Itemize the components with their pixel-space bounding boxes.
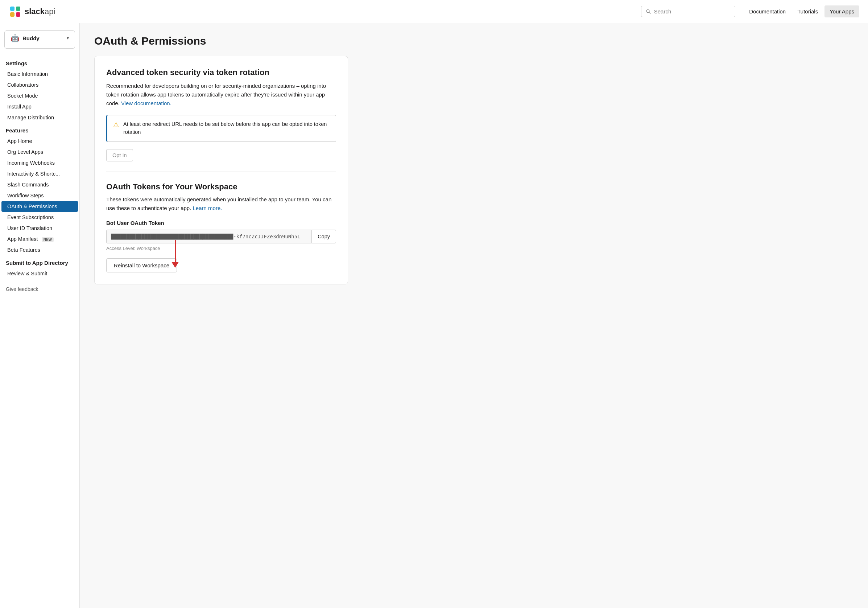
advanced-token-title: Advanced token security via token rotati… — [106, 68, 336, 77]
sidebar-item-interactivity[interactable]: Interactivity & Shortc... — [2, 168, 78, 179]
sidebar-item-slash-commands[interactable]: Slash Commands — [2, 179, 78, 190]
settings-section-title: Settings — [0, 56, 79, 68]
main-content: OAuth & Permissions Advanced token secur… — [80, 23, 868, 608]
svg-rect-0 — [10, 6, 14, 11]
slack-logo-icon — [9, 5, 22, 18]
page-title: OAuth & Permissions — [94, 35, 854, 47]
sidebar-item-user-id-translation[interactable]: User ID Translation — [2, 223, 78, 233]
token-input: ████████████████████████████████████████… — [106, 230, 312, 243]
search-input[interactable] — [654, 8, 731, 14]
nav-documentation[interactable]: Documentation — [744, 5, 791, 17]
advanced-token-desc: Recommended for developers building on o… — [106, 82, 336, 108]
features-section-title: Features — [0, 123, 79, 136]
logo-text: slackapi — [25, 7, 55, 16]
arrow-line — [175, 240, 176, 262]
sidebar-item-org-level-apps[interactable]: Org Level Apps — [2, 146, 78, 157]
oauth-tokens-title: OAuth Tokens for Your Workspace — [106, 182, 336, 191]
header: slackapi Documentation Tutorials Your Ap… — [0, 0, 868, 23]
app-selector[interactable]: 🤖 Buddy ▾ — [5, 31, 75, 48]
search-bar[interactable] — [641, 6, 735, 17]
opt-in-button[interactable]: Opt In — [106, 149, 133, 162]
sidebar-item-beta-features[interactable]: Beta Features — [2, 244, 78, 255]
svg-rect-1 — [16, 6, 20, 11]
sidebar-item-manage-distribution[interactable]: Manage Distribution — [2, 112, 78, 123]
header-nav: Documentation Tutorials Your Apps — [744, 5, 859, 17]
bot-token-label: Bot User OAuth Token — [106, 220, 336, 226]
sidebar-item-oauth-permissions[interactable]: OAuth & Permissions — [2, 201, 78, 212]
svg-line-5 — [649, 12, 651, 13]
sidebar-item-incoming-webhooks[interactable]: Incoming Webhooks — [2, 157, 78, 168]
layout: 🤖 Buddy ▾ Settings Basic Information Col… — [0, 23, 868, 608]
app-icon: 🤖 — [11, 34, 20, 42]
warning-icon: ⚠ — [113, 121, 119, 129]
view-documentation-link[interactable]: View documentation. — [121, 100, 172, 106]
token-field-row: ████████████████████████████████████████… — [106, 230, 336, 243]
sidebar-item-collaborators[interactable]: Collaborators — [2, 79, 78, 90]
sidebar: 🤖 Buddy ▾ Settings Basic Information Col… — [0, 23, 80, 608]
oauth-tokens-desc: These tokens were automatically generate… — [106, 195, 336, 213]
sidebar-item-install-app[interactable]: Install App — [2, 101, 78, 112]
chevron-down-icon: ▾ — [67, 36, 69, 40]
app-name: Buddy — [22, 35, 64, 41]
logo: slackapi — [9, 5, 55, 18]
nav-tutorials[interactable]: Tutorials — [792, 5, 823, 17]
sidebar-item-review-submit[interactable]: Review & Submit — [2, 268, 78, 279]
sidebar-item-socket-mode[interactable]: Socket Mode — [2, 90, 78, 101]
copy-button[interactable]: Copy — [312, 230, 336, 243]
sidebar-item-basic-information[interactable]: Basic Information — [2, 68, 78, 79]
sidebar-item-event-subscriptions[interactable]: Event Subscriptions — [2, 212, 78, 223]
give-feedback-link[interactable]: Give feedback — [0, 279, 79, 292]
alert-text: At least one redirect URL needs to be se… — [123, 120, 330, 137]
access-level: Access Level: Workspace — [106, 246, 336, 251]
alert-box: ⚠ At least one redirect URL needs to be … — [106, 115, 336, 142]
sidebar-item-app-manifest[interactable]: App Manifest NEW — [2, 233, 78, 244]
svg-rect-2 — [10, 12, 14, 17]
search-icon — [646, 9, 651, 14]
submit-section-title: Submit to App Directory — [0, 255, 79, 268]
arrow-head — [172, 262, 179, 268]
svg-rect-3 — [16, 12, 20, 17]
sidebar-item-app-home[interactable]: App Home — [2, 136, 78, 146]
learn-more-link[interactable]: Learn more. — [193, 205, 222, 211]
nav-your-apps[interactable]: Your Apps — [825, 5, 859, 17]
reinstall-button[interactable]: Reinstall to Workspace — [106, 258, 177, 272]
sidebar-item-workflow-steps[interactable]: Workflow Steps — [2, 190, 78, 201]
reinstall-row: Reinstall to Workspace — [106, 258, 336, 272]
arrow-annotation — [172, 240, 179, 268]
new-badge: NEW — [42, 237, 54, 242]
main-card: Advanced token security via token rotati… — [94, 56, 348, 285]
